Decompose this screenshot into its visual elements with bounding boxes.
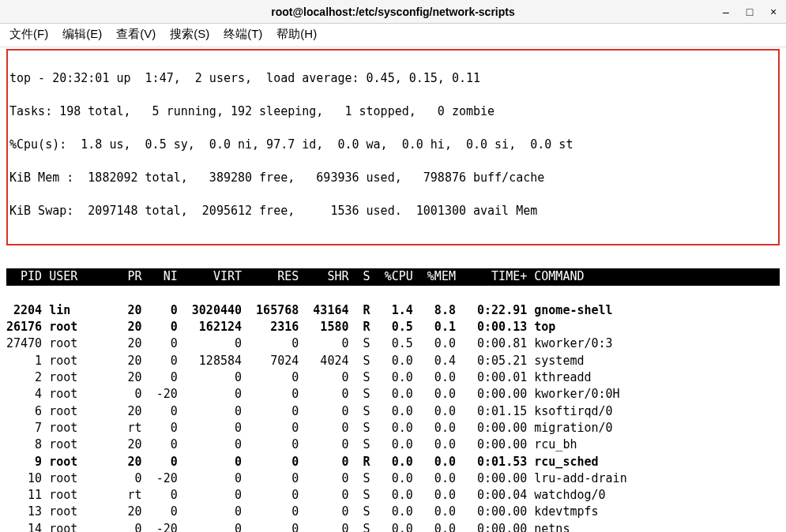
process-row: 8 root 20 0 0 0 0 S 0.0 0.0 0:00.00 rcu_…	[6, 436, 780, 453]
process-table-header: PID USER PR NI VIRT RES SHR S %CPU %MEM …	[6, 268, 780, 285]
menubar: 文件(F) 编辑(E) 查看(V) 搜索(S) 终端(T) 帮助(H)	[0, 24, 786, 47]
top-uptime-line: top - 20:32:01 up 1:47, 2 users, load av…	[9, 70, 777, 87]
top-summary-region: top - 20:32:01 up 1:47, 2 users, load av…	[6, 49, 780, 245]
top-swap-line: KiB Swap: 2097148 total, 2095612 free, 1…	[9, 203, 777, 219]
process-row: 6 root 20 0 0 0 0 S 0.0 0.0 0:01.15 ksof…	[6, 403, 780, 420]
menu-file[interactable]: 文件(F)	[9, 27, 48, 42]
menu-search[interactable]: 搜索(S)	[170, 27, 209, 42]
process-row: 14 root 0 -20 0 0 0 S 0.0 0.0 0:00.00 ne…	[6, 521, 780, 532]
window-titlebar: root@localhost:/etc/sysconfig/network-sc…	[0, 0, 786, 24]
minimize-icon[interactable]: –	[720, 6, 732, 18]
top-tasks-line: Tasks: 198 total, 5 running, 192 sleepin…	[9, 103, 777, 120]
top-cpu-line: %Cpu(s): 1.8 us, 0.5 sy, 0.0 ni, 97.7 id…	[9, 137, 777, 153]
process-row: 2 root 20 0 0 0 0 S 0.0 0.0 0:00.01 kthr…	[6, 369, 780, 386]
process-row: 27470 root 20 0 0 0 0 S 0.5 0.0 0:00.81 …	[6, 335, 780, 352]
process-row: 26176 root 20 0 162124 2316 1580 R 0.5 0…	[6, 319, 780, 335]
process-row: 10 root 0 -20 0 0 0 S 0.0 0.0 0:00.00 lr…	[6, 470, 780, 487]
menu-edit[interactable]: 编辑(E)	[62, 27, 102, 42]
window-controls: – □ ×	[720, 0, 780, 23]
close-icon[interactable]: ×	[767, 6, 780, 18]
menu-help[interactable]: 帮助(H)	[276, 27, 317, 42]
process-row: 9 root 20 0 0 0 0 R 0.0 0.0 0:01.53 rcu_…	[6, 454, 780, 470]
menu-view[interactable]: 查看(V)	[116, 27, 156, 42]
process-row: 1 root 20 0 128584 7024 4024 S 0.0 0.4 0…	[6, 353, 780, 369]
menu-terminal[interactable]: 终端(T)	[224, 27, 262, 42]
process-row: 2204 lin 20 0 3020440 165768 43164 R 1.4…	[6, 302, 780, 319]
process-row: 13 root 20 0 0 0 0 S 0.0 0.0 0:00.00 kde…	[6, 504, 780, 520]
process-row: 4 root 0 -20 0 0 0 S 0.0 0.0 0:00.00 kwo…	[6, 386, 780, 403]
process-table: PID USER PR NI VIRT RES SHR S %CPU %MEM …	[6, 252, 780, 532]
process-row: 7 root rt 0 0 0 0 S 0.0 0.0 0:00.00 migr…	[6, 420, 780, 436]
window-title: root@localhost:/etc/sysconfig/network-sc…	[271, 6, 515, 18]
top-mem-line: KiB Mem : 1882092 total, 389280 free, 69…	[9, 170, 777, 186]
maximize-icon[interactable]: □	[743, 6, 756, 18]
process-table-body: 2204 lin 20 0 3020440 165768 43164 R 1.4…	[6, 302, 780, 532]
process-row: 11 root rt 0 0 0 0 S 0.0 0.0 0:00.04 wat…	[6, 487, 780, 504]
